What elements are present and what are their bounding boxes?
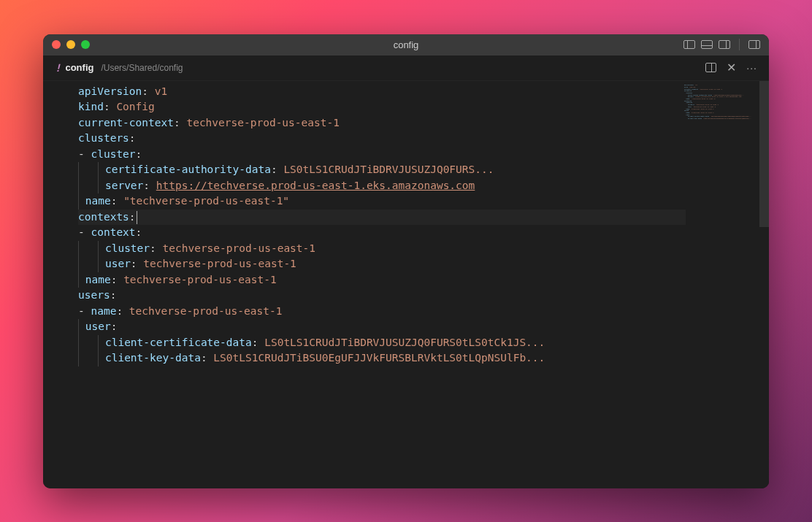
tab-actions: ✕ ··· <box>705 62 757 74</box>
yaml-value: techverse-prod-us-east-1 <box>163 242 316 254</box>
split-editor-button[interactable] <box>705 63 716 72</box>
more-actions-button[interactable]: ··· <box>746 62 757 74</box>
yaml-key: clusters <box>78 132 129 144</box>
yaml-key: user <box>105 258 131 269</box>
yaml-value: LS0tLS1CRUdJTiBDRVJUSUZJQ0FURS... <box>283 164 494 175</box>
yaml-value: Config <box>116 101 154 112</box>
yaml-key: server <box>105 180 143 191</box>
scrollbar[interactable] <box>759 81 769 488</box>
scrollbar-thumb[interactable] <box>759 81 769 227</box>
yaml-key: cluster <box>105 242 150 254</box>
close-tab-button[interactable]: ✕ <box>727 62 736 74</box>
minimap-content: apiVersion: v1 kind: Config current-cont… <box>684 84 754 120</box>
titlebar-layout-controls <box>683 39 760 50</box>
yaml-value: v1 <box>155 85 167 97</box>
tab-bar: ! config /Users/Shared/config ✕ ··· <box>43 55 769 81</box>
yaml-key: cluster <box>91 148 135 160</box>
yaml-value: techverse-prod-us-east-1 <box>143 258 296 269</box>
yaml-value: LS0tLS1CRUdJTiBDRVJUSUZJQ0FURS0tLS0tCk1J… <box>264 337 545 348</box>
close-window-button[interactable] <box>52 40 61 49</box>
maximize-window-button[interactable] <box>81 40 90 49</box>
yaml-key: name <box>91 305 116 317</box>
yaml-key: user <box>85 321 111 332</box>
yaml-key: kind <box>78 101 104 112</box>
yaml-key: name <box>85 195 111 207</box>
editor-window: config ! config /Users/Shared/config ✕ ·… <box>43 34 769 488</box>
traffic-lights <box>52 40 90 49</box>
toggle-secondary-sidebar-icon[interactable] <box>719 40 730 49</box>
text-cursor <box>137 211 137 224</box>
yaml-value: techverse-prod-us-east-1 <box>186 117 340 128</box>
yaml-key: name <box>85 274 111 285</box>
editor-area: apiVersion: v1 kind: Config current-cont… <box>43 81 769 488</box>
yaml-key: certificate-authority-data <box>105 164 271 175</box>
toggle-primary-sidebar-icon[interactable] <box>683 40 695 49</box>
yaml-value: techverse-prod-us-east-1 <box>123 274 277 285</box>
window-title: config <box>394 39 419 50</box>
code-editor[interactable]: apiVersion: v1 kind: Config current-cont… <box>43 81 686 488</box>
toggle-panel-icon[interactable] <box>701 40 713 49</box>
yaml-key: users <box>78 289 110 301</box>
editor-tab[interactable]: ! config /Users/Shared/config <box>55 62 183 74</box>
yaml-key: current-context <box>78 117 174 128</box>
yaml-key: apiVersion <box>78 85 142 97</box>
yaml-value: LS0tLS1CRUdJTiBSU0EgUFJJVkFURSBLRVktLS0t… <box>213 352 545 364</box>
minimap[interactable]: apiVersion: v1 kind: Config current-cont… <box>686 81 759 488</box>
yaml-value: techverse-prod-us-east-1 <box>129 305 283 317</box>
yaml-key: client-certificate-data <box>105 337 252 348</box>
yaml-value: "techverse-prod-us-east-1" <box>123 195 289 207</box>
titlebar: config <box>43 34 769 55</box>
tab-filename: config <box>65 62 93 73</box>
yaml-key: client-key-data <box>105 352 201 364</box>
yaml-key: context <box>91 226 135 238</box>
split-editor-icon <box>705 63 716 72</box>
file-type-icon: ! <box>55 62 61 74</box>
customize-layout-icon[interactable] <box>748 40 760 49</box>
titlebar-divider <box>739 39 740 50</box>
yaml-link[interactable]: https://techverse.prod-us-east-1.eks.ama… <box>156 180 475 191</box>
yaml-key: contexts <box>78 211 129 223</box>
tab-filepath: /Users/Shared/config <box>101 63 183 73</box>
minimize-window-button[interactable] <box>66 40 75 49</box>
